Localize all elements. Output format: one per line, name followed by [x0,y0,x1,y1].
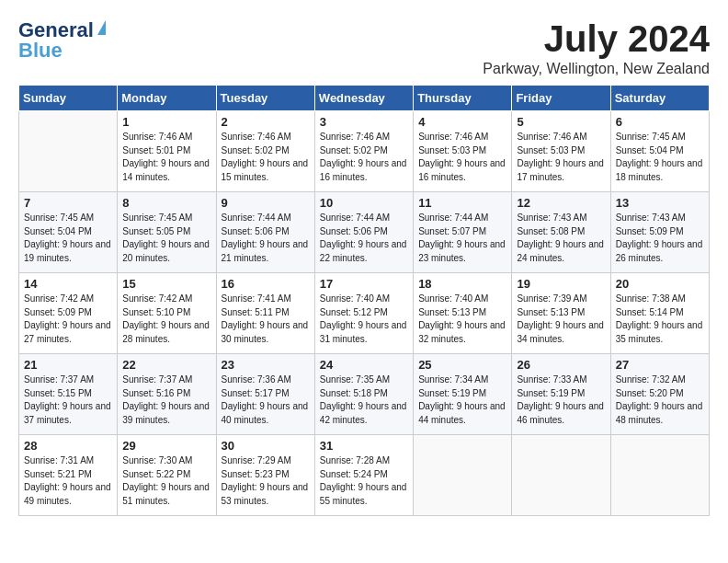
sunrise-text: Sunrise: 7:38 AM [616,293,686,304]
table-row [610,435,709,516]
day-number: 5 [517,115,605,129]
day-number: 19 [517,277,605,291]
table-row: 1 Sunrise: 7:46 AM Sunset: 5:01 PM Dayli… [118,111,216,192]
header-friday: Friday [512,86,610,111]
day-info: Sunrise: 7:44 AM Sunset: 5:06 PM Dayligh… [320,212,408,265]
daylight-text: Daylight: 9 hours and 34 minutes. [517,320,604,344]
table-row: 23 Sunrise: 7:36 AM Sunset: 5:17 PM Dayl… [216,354,314,435]
day-info: Sunrise: 7:40 AM Sunset: 5:12 PM Dayligh… [320,293,408,346]
day-info: Sunrise: 7:43 AM Sunset: 5:08 PM Dayligh… [517,212,605,265]
daylight-text: Daylight: 9 hours and 23 minutes. [418,239,506,263]
sunset-text: Sunset: 5:09 PM [24,307,92,317]
day-info: Sunrise: 7:37 AM Sunset: 5:16 PM Dayligh… [122,373,210,427]
sunrise-text: Sunrise: 7:45 AM [616,132,686,142]
table-row: 29 Sunrise: 7:30 AM Sunset: 5:22 PM Dayl… [118,435,216,516]
sunset-text: Sunset: 5:19 PM [418,388,486,398]
table-row: 10 Sunrise: 7:44 AM Sunset: 5:06 PM Dayl… [314,192,413,273]
daylight-text: Daylight: 9 hours and 53 minutes. [222,482,309,506]
table-row: 30 Sunrise: 7:29 AM Sunset: 5:23 PM Dayl… [216,435,314,516]
sunrise-text: Sunrise: 7:36 AM [222,374,291,385]
table-row: 21 Sunrise: 7:37 AM Sunset: 5:15 PM Dayl… [19,354,118,435]
table-row: 15 Sunrise: 7:42 AM Sunset: 5:10 PM Dayl… [118,273,216,354]
table-row: 26 Sunrise: 7:33 AM Sunset: 5:19 PM Dayl… [512,354,610,435]
sunset-text: Sunset: 5:19 PM [517,388,585,398]
table-row: 9 Sunrise: 7:44 AM Sunset: 5:06 PM Dayli… [216,192,314,273]
day-number: 10 [320,196,408,210]
daylight-text: Daylight: 9 hours and 35 minutes. [616,320,703,344]
sunset-text: Sunset: 5:23 PM [222,469,290,479]
sunset-text: Sunset: 5:13 PM [418,307,486,317]
sunrise-text: Sunrise: 7:42 AM [24,293,94,304]
calendar-week-row: 21 Sunrise: 7:37 AM Sunset: 5:15 PM Dayl… [19,354,710,435]
day-number: 24 [320,358,408,372]
day-number: 9 [222,196,310,210]
table-row: 25 Sunrise: 7:34 AM Sunset: 5:19 PM Dayl… [414,354,512,435]
day-info: Sunrise: 7:42 AM Sunset: 5:10 PM Dayligh… [122,293,210,346]
sunrise-text: Sunrise: 7:32 AM [616,374,686,385]
daylight-text: Daylight: 9 hours and 22 minutes. [320,239,407,263]
day-number: 31 [320,439,408,453]
day-info: Sunrise: 7:36 AM Sunset: 5:17 PM Dayligh… [222,373,310,427]
day-number: 12 [517,196,605,210]
table-row: 16 Sunrise: 7:41 AM Sunset: 5:11 PM Dayl… [216,273,314,354]
sunrise-text: Sunrise: 7:41 AM [222,293,291,304]
daylight-text: Daylight: 9 hours and 32 minutes. [418,320,506,344]
logo-triangle-icon [97,20,106,35]
table-row: 14 Sunrise: 7:42 AM Sunset: 5:09 PM Dayl… [19,273,118,354]
daylight-text: Daylight: 9 hours and 17 minutes. [517,158,604,182]
page-header: General Blue July 2024 Parkway, Wellingt… [18,18,710,77]
table-row: 17 Sunrise: 7:40 AM Sunset: 5:12 PM Dayl… [314,273,413,354]
sunrise-text: Sunrise: 7:45 AM [122,213,192,223]
day-info: Sunrise: 7:33 AM Sunset: 5:19 PM Dayligh… [517,373,605,427]
table-row: 11 Sunrise: 7:44 AM Sunset: 5:07 PM Dayl… [414,192,512,273]
day-info: Sunrise: 7:40 AM Sunset: 5:13 PM Dayligh… [418,293,506,346]
day-info: Sunrise: 7:31 AM Sunset: 5:21 PM Dayligh… [24,454,112,508]
day-info: Sunrise: 7:34 AM Sunset: 5:19 PM Dayligh… [418,373,506,427]
daylight-text: Daylight: 9 hours and 21 minutes. [222,239,309,263]
sunset-text: Sunset: 5:04 PM [24,226,92,236]
day-number: 21 [24,358,112,372]
daylight-text: Daylight: 9 hours and 37 minutes. [24,401,111,425]
sunset-text: Sunset: 5:07 PM [418,226,486,236]
daylight-text: Daylight: 9 hours and 14 minutes. [122,158,210,182]
day-number: 2 [222,115,310,129]
sunrise-text: Sunrise: 7:39 AM [517,293,586,304]
day-info: Sunrise: 7:44 AM Sunset: 5:06 PM Dayligh… [222,212,310,265]
sunset-text: Sunset: 5:18 PM [320,388,388,398]
daylight-text: Daylight: 9 hours and 26 minutes. [616,239,703,263]
daylight-text: Daylight: 9 hours and 48 minutes. [616,401,703,425]
day-number: 22 [122,358,210,372]
daylight-text: Daylight: 9 hours and 18 minutes. [616,158,703,182]
sunset-text: Sunset: 5:06 PM [222,226,290,236]
sunrise-text: Sunrise: 7:42 AM [122,293,192,304]
table-row: 18 Sunrise: 7:40 AM Sunset: 5:13 PM Dayl… [414,273,512,354]
daylight-text: Daylight: 9 hours and 19 minutes. [24,239,111,263]
day-info: Sunrise: 7:46 AM Sunset: 5:03 PM Dayligh… [418,131,506,184]
daylight-text: Daylight: 9 hours and 44 minutes. [418,401,506,425]
day-number: 3 [320,115,408,129]
day-number: 13 [616,196,704,210]
table-row: 5 Sunrise: 7:46 AM Sunset: 5:03 PM Dayli… [512,111,610,192]
day-info: Sunrise: 7:42 AM Sunset: 5:09 PM Dayligh… [24,293,112,346]
day-number: 8 [122,196,210,210]
sunset-text: Sunset: 5:15 PM [24,388,92,398]
table-row: 12 Sunrise: 7:43 AM Sunset: 5:08 PM Dayl… [512,192,610,273]
daylight-text: Daylight: 9 hours and 46 minutes. [517,401,604,425]
day-info: Sunrise: 7:35 AM Sunset: 5:18 PM Dayligh… [320,373,408,427]
sunrise-text: Sunrise: 7:43 AM [616,213,686,223]
table-row: 13 Sunrise: 7:43 AM Sunset: 5:09 PM Dayl… [610,192,709,273]
sunset-text: Sunset: 5:17 PM [222,388,290,398]
day-number: 16 [222,277,310,291]
sunrise-text: Sunrise: 7:40 AM [320,293,390,304]
calendar-week-row: 7 Sunrise: 7:45 AM Sunset: 5:04 PM Dayli… [19,192,710,273]
sunrise-text: Sunrise: 7:45 AM [24,213,94,223]
sunset-text: Sunset: 5:01 PM [122,145,190,155]
logo: General Blue [18,18,106,63]
daylight-text: Daylight: 9 hours and 42 minutes. [320,401,407,425]
day-number: 1 [122,115,210,129]
table-row: 3 Sunrise: 7:46 AM Sunset: 5:02 PM Dayli… [314,111,413,192]
day-info: Sunrise: 7:38 AM Sunset: 5:14 PM Dayligh… [616,293,704,346]
table-row: 22 Sunrise: 7:37 AM Sunset: 5:16 PM Dayl… [118,354,216,435]
daylight-text: Daylight: 9 hours and 51 minutes. [122,482,210,506]
header-tuesday: Tuesday [216,86,314,111]
